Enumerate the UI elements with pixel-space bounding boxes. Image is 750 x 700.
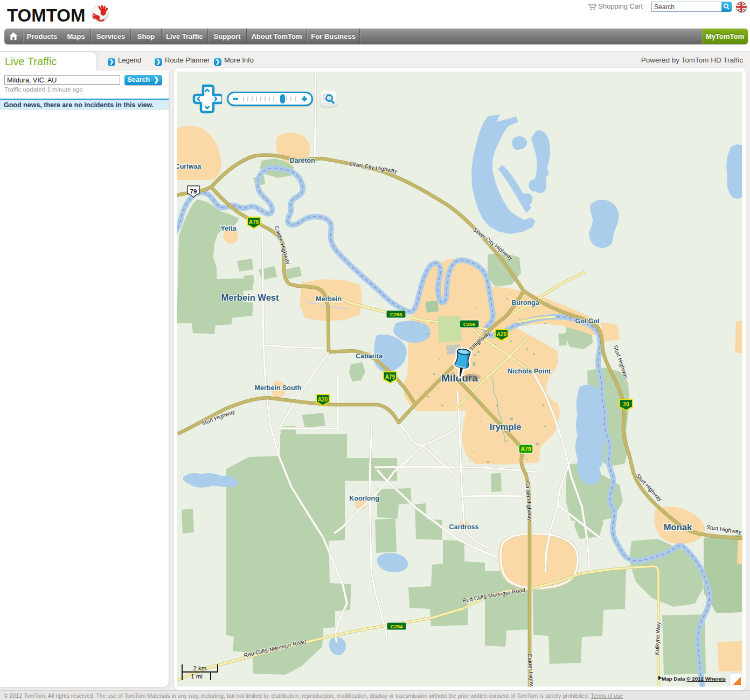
svg-text:Cardross: Cardross (449, 523, 479, 531)
svg-text:C256: C256 (390, 311, 402, 317)
svg-text:Merbein West: Merbein West (221, 293, 279, 302)
svg-text:A20: A20 (318, 397, 328, 403)
svg-text:Curlwaa: Curlwaa (177, 163, 202, 170)
svg-text:Yelta: Yelta (220, 225, 237, 232)
svg-text:Map Data © 2012 Whereis: Map Data © 2012 Whereis (662, 676, 726, 682)
svg-text:Merbein South: Merbein South (255, 384, 302, 392)
svg-text:2 km: 2 km (193, 665, 207, 671)
svg-text:1 mi: 1 mi (191, 673, 203, 680)
svg-text:C254: C254 (391, 623, 403, 629)
svg-text:20: 20 (623, 401, 629, 407)
svg-text:Buronga: Buronga (511, 299, 539, 307)
svg-text:Merbein: Merbein (316, 295, 342, 303)
svg-text:A79: A79 (249, 219, 259, 225)
svg-text:Nichols Point: Nichols Point (508, 368, 551, 375)
svg-text:Monak: Monak (664, 522, 692, 532)
svg-text:A79: A79 (385, 374, 395, 380)
svg-text:79: 79 (190, 188, 197, 195)
svg-text:Gol Gol: Gol Gol (575, 317, 599, 325)
svg-text:A79: A79 (520, 446, 531, 452)
svg-text:A20: A20 (497, 331, 507, 337)
svg-text:Irymple: Irymple (490, 422, 522, 432)
svg-text:Cabarita: Cabarita (356, 352, 383, 360)
svg-text:Dareton: Dareton (289, 157, 315, 164)
svg-text:C256: C256 (463, 321, 476, 327)
svg-text:Koorlong: Koorlong (349, 495, 379, 502)
